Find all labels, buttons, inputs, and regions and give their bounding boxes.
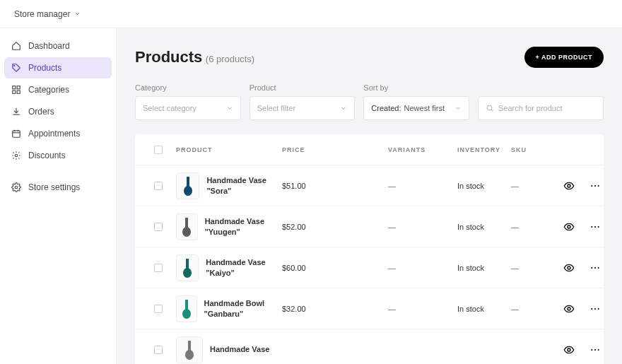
row-checkbox[interactable] xyxy=(154,305,163,313)
svg-rect-29 xyxy=(185,300,188,310)
svg-rect-11 xyxy=(187,177,189,187)
filter-label-sortby: Sort by xyxy=(363,83,469,92)
row-menu-button[interactable] xyxy=(585,262,604,274)
main-content: Products (6 products) + ADD PRODUCT Cate… xyxy=(117,28,622,364)
sidebar-item-store-settings[interactable]: Store settings xyxy=(4,177,112,198)
gear-icon xyxy=(11,151,21,160)
svg-point-8 xyxy=(487,105,492,110)
svg-point-31 xyxy=(591,307,592,309)
sku-cell: — xyxy=(511,264,553,272)
price-cell: $51.00 xyxy=(282,182,388,190)
product-name: Handmade Bowl "Ganbaru" xyxy=(204,298,282,319)
product-name: Handmade Vase xyxy=(210,344,269,354)
view-button[interactable] xyxy=(553,303,585,315)
svg-point-30 xyxy=(568,307,570,310)
sidebar-item-discounts[interactable]: Discounts xyxy=(4,145,112,166)
svg-point-32 xyxy=(594,307,596,309)
table-row: Handmade Vase "Yuugen"$52.00—In stock— xyxy=(135,206,604,247)
sidebar-item-label: Appointments xyxy=(28,129,80,139)
table-row: Handmade Vase "Sora"$51.00—In stock— xyxy=(135,165,604,206)
svg-line-9 xyxy=(491,110,493,112)
view-button[interactable] xyxy=(553,221,585,233)
row-menu-button[interactable] xyxy=(585,180,604,192)
product-cell: Handmade Vase "Kaiyo" xyxy=(176,254,282,281)
row-menu-button[interactable] xyxy=(585,303,604,315)
add-product-button[interactable]: + ADD PRODUCT xyxy=(524,47,604,68)
svg-rect-5 xyxy=(13,131,20,137)
row-menu-button[interactable] xyxy=(585,344,604,356)
inventory-cell: In stock xyxy=(457,264,511,272)
svg-point-6 xyxy=(15,154,18,157)
svg-point-12 xyxy=(568,184,570,187)
row-checkbox[interactable] xyxy=(154,182,163,190)
workspace-label: Store manager xyxy=(14,9,70,19)
svg-rect-1 xyxy=(13,86,16,89)
svg-point-19 xyxy=(591,225,592,227)
svg-point-24 xyxy=(568,266,570,269)
sortby-inner-label: Created: xyxy=(371,104,401,112)
svg-point-0 xyxy=(14,66,15,66)
table-row: Handmade Vase "Kaiyo"$60.00—In stock— xyxy=(135,247,604,288)
product-name: Handmade Vase "Kaiyo" xyxy=(206,257,282,278)
search-icon xyxy=(486,104,494,112)
sidebar-item-label: Products xyxy=(28,63,61,73)
workspace-switcher[interactable]: Store manager xyxy=(14,9,81,19)
product-name: Handmade Vase "Sora" xyxy=(206,175,282,196)
price-cell: $32.00 xyxy=(282,305,388,313)
search-box[interactable] xyxy=(478,96,604,120)
col-sku: SKU xyxy=(511,146,553,153)
sku-cell: — xyxy=(511,223,553,231)
sortby-select[interactable]: Created: Newest first xyxy=(363,96,469,120)
chevron-down-icon xyxy=(226,105,233,112)
page-title: Products xyxy=(135,48,202,66)
svg-point-36 xyxy=(568,348,570,351)
svg-point-18 xyxy=(568,225,570,228)
row-checkbox[interactable] xyxy=(154,264,163,272)
col-variants: VARIANTS xyxy=(388,146,457,153)
chevron-down-icon xyxy=(340,105,347,112)
sidebar-item-products[interactable]: Products xyxy=(4,57,112,78)
sidebar: Dashboard Products Categories Orders App… xyxy=(0,28,117,364)
price-cell: $60.00 xyxy=(282,264,388,272)
sidebar-item-dashboard[interactable]: Dashboard xyxy=(4,35,112,57)
svg-point-26 xyxy=(594,266,596,268)
select-all-checkbox[interactable] xyxy=(154,146,163,154)
sidebar-item-label: Store settings xyxy=(28,182,80,192)
sortby-value: Newest first xyxy=(404,104,445,112)
product-thumbnail xyxy=(176,336,203,363)
svg-point-10 xyxy=(184,186,192,196)
view-button[interactable] xyxy=(553,262,585,274)
product-cell: Handmade Vase "Yuugen" xyxy=(176,213,282,240)
inventory-cell: In stock xyxy=(457,182,511,190)
product-thumbnail xyxy=(176,254,199,281)
sidebar-item-label: Categories xyxy=(28,85,69,95)
sidebar-item-appointments[interactable]: Appointments xyxy=(4,123,112,144)
product-filter-select[interactable]: Select filter xyxy=(250,96,356,120)
svg-point-27 xyxy=(598,266,599,268)
filter-label-product: Product xyxy=(250,83,356,92)
grid-icon xyxy=(11,85,21,95)
row-checkbox[interactable] xyxy=(154,223,163,231)
product-thumbnail xyxy=(176,172,199,199)
view-button[interactable] xyxy=(553,344,585,356)
sidebar-item-label: Dashboard xyxy=(28,41,70,51)
svg-rect-2 xyxy=(17,86,20,89)
tag-icon xyxy=(11,63,21,73)
svg-point-37 xyxy=(591,348,592,350)
row-checkbox[interactable] xyxy=(154,346,163,354)
filter-label-search xyxy=(478,83,604,92)
sidebar-item-orders[interactable]: Orders xyxy=(4,101,112,122)
search-input[interactable] xyxy=(498,104,596,112)
col-price: PRICE xyxy=(282,146,388,153)
sidebar-item-categories[interactable]: Categories xyxy=(4,79,112,100)
svg-point-13 xyxy=(591,184,592,186)
settings-icon xyxy=(11,182,21,192)
row-menu-button[interactable] xyxy=(585,221,604,233)
col-inventory: INVENTORY xyxy=(457,146,511,153)
product-thumbnail xyxy=(176,295,197,322)
product-cell: Handmade Vase xyxy=(176,336,282,363)
svg-rect-4 xyxy=(17,90,20,93)
svg-point-39 xyxy=(598,348,599,350)
view-button[interactable] xyxy=(553,180,585,192)
category-select[interactable]: Select category xyxy=(135,96,241,120)
